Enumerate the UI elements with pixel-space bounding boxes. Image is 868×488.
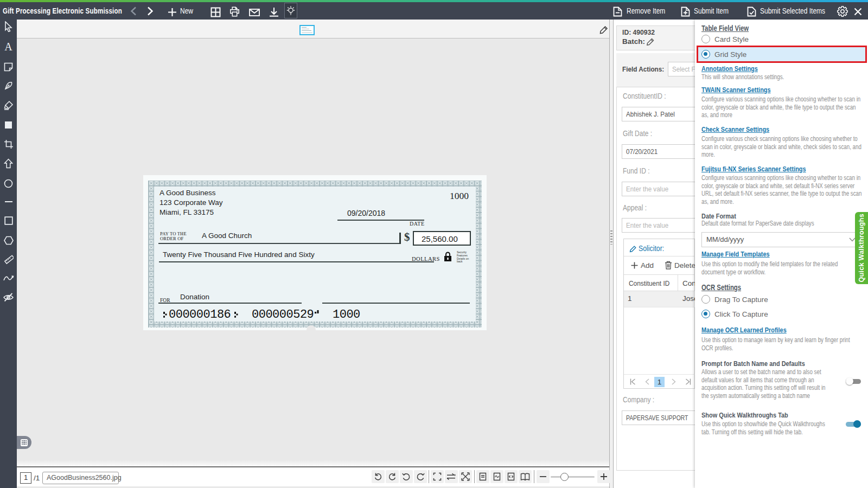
svg-text:000000186: 000000186 — [169, 308, 231, 320]
svg-text:A: A — [4, 42, 12, 52]
svg-text:1000: 1000 — [333, 308, 360, 320]
svg-text:000000529: 000000529 — [252, 308, 314, 320]
